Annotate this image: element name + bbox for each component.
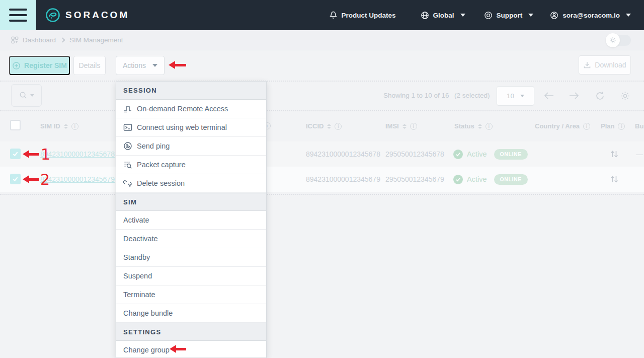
info-icon: i [335, 123, 342, 130]
imsi-cell: 295050012345679 [385, 167, 444, 192]
online-badge: ONLINE [494, 149, 528, 160]
breadcrumb-bar: Dashboard SIM Management [0, 30, 644, 50]
actions-button[interactable]: Actions [116, 56, 165, 75]
menu-item-standby[interactable]: Standby [116, 248, 266, 267]
chevron-down-icon [528, 14, 533, 17]
refresh-button[interactable] [595, 91, 605, 103]
sort-icon [64, 124, 68, 129]
theme-toggle-knob [606, 33, 620, 47]
chevron-down-icon [30, 94, 34, 97]
sort-icon [327, 124, 331, 129]
download-button[interactable]: Download [579, 55, 631, 75]
menu-section-settings: SETTINGS [116, 323, 266, 341]
column-header-plan[interactable]: Plan i [601, 122, 625, 130]
hamburger-menu-button[interactable] [0, 0, 36, 30]
menu-item-label: Activate [123, 216, 149, 224]
table-row[interactable]: 8942310000012345679 8942310000012345679 … [0, 167, 644, 192]
separator-line [0, 194, 644, 195]
nav-product-updates[interactable]: Product Updates [329, 11, 396, 20]
menu-item-remote-access[interactable]: On-demand Remote Access [116, 100, 266, 118]
status-check-icon [453, 150, 463, 159]
status-cell: Active ONLINE [453, 167, 528, 192]
menu-item-label: On-demand Remote Access [137, 105, 228, 113]
brand[interactable]: SORACOM [45, 8, 129, 23]
bundles-cell: — [636, 167, 643, 192]
sim-id-link[interactable]: 8942310000012345679 [40, 175, 115, 183]
sim-id-cell[interactable]: 8942310000012345679 [40, 167, 115, 192]
table-row[interactable]: 8942310000012345678 8942310000012345678 … [0, 141, 644, 167]
chevron-down-icon [460, 14, 465, 17]
search-icon [19, 91, 28, 100]
column-header-sim-id[interactable]: SIM ID i [40, 122, 78, 130]
nav-product-updates-label: Product Updates [342, 12, 396, 19]
ping-icon [123, 141, 132, 151]
column-header-country[interactable]: Country / Area i [535, 122, 590, 130]
prev-page-button[interactable] [543, 91, 554, 102]
details-button[interactable]: Details [73, 56, 106, 75]
menu-item-web-terminal[interactable]: Connect using web terminal [116, 118, 266, 137]
page-size-select[interactable]: 10 [497, 86, 534, 106]
sort-icon [478, 124, 482, 129]
nav-global-label: Global [433, 12, 454, 19]
menu-item-label: Suspend [123, 272, 152, 280]
menu-item-send-ping[interactable]: Send ping [116, 137, 266, 156]
separator-line [0, 110, 644, 111]
info-icon: i [71, 123, 78, 130]
theme-toggle[interactable] [607, 35, 631, 46]
column-header-iccid[interactable]: ICCID i [306, 122, 342, 130]
breadcrumb-separator-icon [60, 38, 65, 43]
actions-dropdown-menu: SESSION On-demand Remote Access Connect … [116, 81, 267, 358]
nav-account-label: sora@soracom.io [562, 12, 620, 19]
nav-support[interactable]: Support [484, 11, 534, 20]
online-badge: ONLINE [494, 174, 528, 185]
column-label: IMSI [385, 122, 399, 130]
register-sim-label: Register SIM [24, 61, 67, 69]
menu-item-terminate[interactable]: Terminate [116, 285, 266, 304]
check-icon [12, 151, 19, 157]
pagination-summary: Showing 1 to 10 of 16 [383, 92, 449, 99]
menu-item-suspend[interactable]: Suspend [116, 267, 266, 285]
column-header-imsi[interactable]: IMSI i [385, 122, 417, 130]
selection-count: (2 selected) [454, 92, 490, 99]
next-page-button[interactable] [569, 91, 580, 102]
breadcrumb-dashboard[interactable]: Dashboard [11, 36, 56, 44]
table-header-row: SIM ID i ICCID i IMSI i Status i Country… [0, 116, 644, 139]
menu-item-change-bundle[interactable]: Change bundle [116, 304, 266, 323]
menu-item-delete-session[interactable]: Delete session [116, 174, 266, 193]
register-sim-button[interactable]: Register SIM [9, 56, 70, 75]
search-filter-button[interactable] [11, 84, 42, 107]
data-transfer-icon [609, 167, 619, 192]
annotation-arrow-row2 [29, 178, 39, 181]
nav-support-label: Support [497, 12, 523, 19]
nav-global[interactable]: Global [421, 11, 465, 20]
select-all-checkbox[interactable] [10, 120, 21, 130]
imsi-cell: 295050012345678 [385, 141, 444, 167]
soracom-logo-icon [45, 8, 60, 23]
bell-icon [329, 11, 338, 20]
menu-section-sim: SIM [116, 193, 266, 211]
menu-item-activate[interactable]: Activate [116, 211, 266, 230]
menu-item-label: Connect using web terminal [137, 123, 227, 131]
column-label: Bu [635, 122, 643, 130]
status-check-icon [453, 175, 463, 184]
nav-account[interactable]: sora@soracom.io [550, 11, 631, 20]
menu-item-label: Send ping [137, 142, 170, 150]
menu-item-label: Delete session [137, 179, 185, 187]
menu-item-packet-capture[interactable]: Packet capture [116, 156, 266, 174]
column-header-status[interactable]: Status i [454, 122, 493, 130]
breadcrumb-dashboard-label: Dashboard [23, 36, 56, 44]
sim-id-link[interactable]: 8942310000012345678 [40, 150, 115, 158]
menu-section-session: SESSION [116, 82, 266, 100]
sun-icon [609, 37, 616, 44]
web-terminal-icon [123, 123, 132, 132]
table-settings-button[interactable] [620, 91, 630, 103]
column-label: Country / Area [535, 122, 580, 130]
column-header-bundles[interactable]: Bu [635, 122, 643, 130]
menu-item-change-group[interactable]: Change group [116, 341, 266, 358]
chevron-down-icon [520, 95, 524, 97]
sim-id-cell[interactable]: 8942310000012345678 [40, 141, 115, 167]
row-checkbox-checked[interactable] [10, 149, 21, 159]
row-checkbox-checked[interactable] [10, 174, 21, 184]
menu-item-deactivate[interactable]: Deactivate [116, 230, 266, 248]
details-label: Details [79, 61, 101, 69]
